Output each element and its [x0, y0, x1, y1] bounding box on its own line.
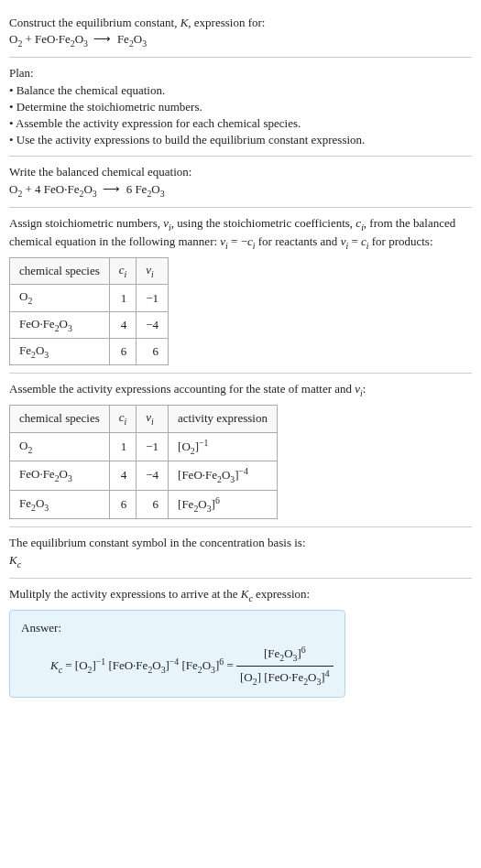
cell-vi: 6 — [137, 338, 169, 364]
plan-item: • Determine the stoichiometric numbers. — [9, 99, 472, 115]
cell-vi: −1 — [137, 285, 169, 311]
basis-section: The equilibrium constant symbol in the c… — [9, 527, 472, 578]
th-activity: activity expression — [169, 406, 278, 432]
fraction-denominator: [O2] [FeO·Fe2O3]4 — [236, 667, 333, 689]
cell-ci: 1 — [109, 432, 137, 461]
cell-species: Fe2O3 — [10, 338, 110, 364]
cell-species: FeO·Fe2O3 — [10, 311, 110, 338]
stoich-label: Assign stoichiometric numbers, νi, using… — [9, 215, 472, 252]
cell-ci: 4 — [109, 311, 137, 338]
balanced-label: Write the balanced chemical equation: — [9, 164, 472, 180]
th-ci: ci — [109, 258, 137, 285]
cell-ci: 6 — [109, 490, 137, 519]
cell-ci: 4 — [109, 461, 137, 491]
cell-species: FeO·Fe2O3 — [10, 461, 110, 491]
fraction-numerator: [Fe2O3]6 — [236, 644, 333, 667]
activity-label: Assemble the activity expressions accoun… — [9, 381, 472, 399]
basis-label: The equilibrium constant symbol in the c… — [9, 535, 472, 551]
balanced-section: Write the balanced chemical equation: O2… — [9, 157, 472, 207]
table-row: O2 1 −1 — [10, 285, 169, 311]
prompt-section: Construct the equilibrium constant, K, e… — [9, 7, 472, 58]
cell-species: O2 — [10, 432, 110, 461]
balanced-equation: O2 + 4 FeO·Fe2O3 ⟶ 6 Fe2O3 — [9, 181, 472, 200]
table-row: Fe2O3 6 6 [Fe2O3]6 — [10, 490, 278, 519]
answer-fraction: [Fe2O3]6 [O2] [FeO·Fe2O3]4 — [236, 644, 333, 688]
cell-vi: −4 — [137, 461, 169, 491]
table-row: FeO·Fe2O3 4 −4 — [10, 311, 169, 338]
cell-vi: 6 — [137, 490, 169, 519]
table-header-row: chemical species ci νi activity expressi… — [10, 406, 278, 432]
th-ci: ci — [109, 406, 137, 432]
prompt-title-text: Construct the equilibrium constant, K, e… — [9, 16, 265, 29]
cell-ci: 6 — [109, 338, 137, 364]
unbalanced-equation: O2 + FeO·Fe2O3 ⟶ Fe2O3 — [9, 31, 472, 49]
cell-activity: [FeO·Fe2O3]−4 — [169, 461, 278, 491]
table-row: FeO·Fe2O3 4 −4 [FeO·Fe2O3]−4 — [10, 461, 278, 491]
cell-activity: [O2]−1 — [169, 432, 278, 461]
cell-ci: 1 — [109, 285, 137, 311]
basis-symbol: Kc — [9, 552, 472, 570]
activity-table: chemical species ci νi activity expressi… — [9, 405, 278, 519]
stoich-table: chemical species ci νi O2 1 −1 FeO·Fe2O3… — [9, 257, 169, 365]
th-species: chemical species — [10, 258, 110, 285]
table-header-row: chemical species ci νi — [10, 258, 169, 285]
answer-label: Answer: — [21, 620, 333, 636]
answer-box: Answer: Kc = [O2]−1 [FeO·Fe2O3]−4 [Fe2O3… — [9, 610, 345, 698]
cell-species: Fe2O3 — [10, 490, 110, 519]
prompt-title: Construct the equilibrium constant, K, e… — [9, 15, 472, 31]
table-row: Fe2O3 6 6 — [10, 338, 169, 364]
cell-vi: −1 — [137, 432, 169, 461]
answer-expression: Kc = [O2]−1 [FeO·Fe2O3]−4 [Fe2O3]6 = [Fe… — [21, 644, 333, 688]
activity-section: Assemble the activity expressions accoun… — [9, 374, 472, 527]
cell-activity: [Fe2O3]6 — [169, 490, 278, 519]
plan-item: • Assemble the activity expression for e… — [9, 115, 472, 132]
table-row: O2 1 −1 [O2]−1 — [10, 432, 278, 461]
cell-vi: −4 — [137, 311, 169, 338]
th-species: chemical species — [10, 406, 110, 432]
stoich-section: Assign stoichiometric numbers, νi, using… — [9, 208, 472, 374]
plan-label: Plan: — [9, 65, 472, 81]
answer-lhs: Kc = [O2]−1 [FeO·Fe2O3]−4 [Fe2O3]6 = — [50, 656, 236, 677]
final-section: Mulitply the activity expressions to arr… — [9, 579, 472, 706]
plan-item: • Balance the chemical equation. — [9, 82, 472, 99]
th-vi: νi — [137, 258, 169, 285]
th-vi: νi — [137, 406, 169, 432]
plan-section: Plan: • Balance the chemical equation. •… — [9, 58, 472, 157]
plan-item: • Use the activity expressions to build … — [9, 132, 472, 148]
multiply-label: Mulitply the activity expressions to arr… — [9, 586, 472, 604]
cell-species: O2 — [10, 285, 110, 311]
